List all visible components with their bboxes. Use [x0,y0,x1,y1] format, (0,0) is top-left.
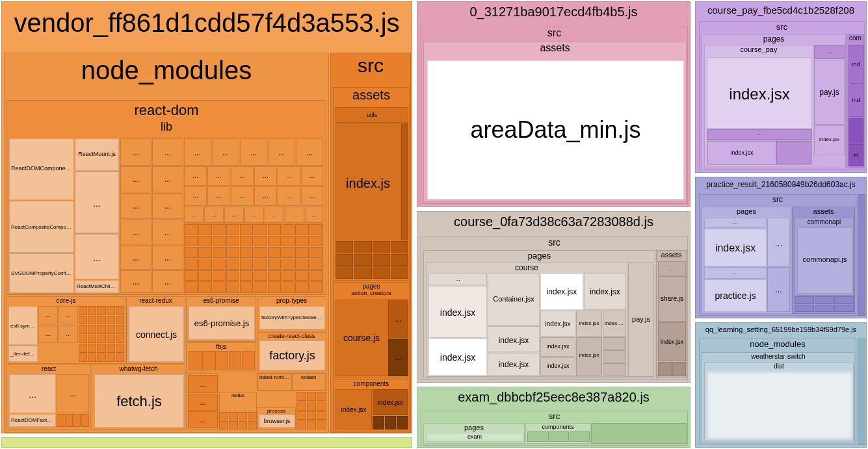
file[interactable]: practice.js [704,279,767,312]
file[interactable]: share.js [658,276,686,322]
group-create-react-class[interactable]: create-react-class factory.js [257,332,326,372]
file[interactable]: ... [57,374,89,413]
group-assets[interactable]: assets areaData_min.js [423,42,687,202]
file[interactable]: factoryWithTypeCheckers.js [259,306,325,329]
file[interactable]: ... [188,394,218,411]
group-react[interactable]: react ... ... ReactDOMFactories.js [7,365,91,430]
file[interactable]: index.jsx [603,311,626,337]
group-utils[interactable]: utils [335,107,408,123]
file[interactable]: ... [212,138,239,166]
group-misc[interactable]: ... ... ... [186,373,218,430]
file[interactable]: ... [231,186,254,206]
file[interactable]: commonapi.js [797,227,852,294]
file[interactable]: index.jsx [584,274,626,310]
file[interactable]: index.jsx [488,353,540,376]
file[interactable]: index.jsx [428,286,487,338]
group-commonapi[interactable]: commonapi commonapi.js [795,218,854,296]
file[interactable]: fetch.js [94,374,184,428]
file[interactable]: ... [184,138,211,166]
file[interactable]: ... [704,267,767,279]
file[interactable]: index.jsx [704,229,767,266]
file[interactable]: index.jsx [540,337,575,357]
group-fbjs[interactable]: fbjs [186,342,256,372]
bundle-course[interactable]: course_0fa73d38c63a7283088d.js src pages… [417,211,690,383]
file[interactable]: ReactMultiChild.js [75,280,119,293]
file[interactable]: pay.js [814,60,845,125]
group[interactable]: ... [814,45,845,59]
file[interactable]: browser.js [259,415,295,428]
group-pages[interactable]: pages exam [423,423,525,444]
file[interactable]: ... [240,138,267,166]
file[interactable]: ... [120,245,151,270]
file[interactable]: ... [301,186,323,206]
file[interactable]: ... [285,207,304,223]
group-nm[interactable]: node_modules weatherstar-switch dist [699,339,856,445]
group-pages[interactable]: pages course_pay index.jsx ... index.jsx… [702,34,846,168]
file[interactable]: ... [278,166,300,186]
group-course-pay[interactable]: course_pay index.jsx ... index.jsx [704,45,813,166]
group-src[interactable]: src pages course_pay index.jsx ... index… [699,21,865,170]
group-exam[interactable]: exam [426,433,523,442]
group-lodash[interactable]: lodash [292,374,326,391]
file[interactable]: index.jsx [540,311,575,337]
group[interactable] [858,339,865,445]
group-process[interactable]: process browser.js [257,407,296,430]
file[interactable]: ... [184,207,204,223]
file[interactable]: ... [388,339,408,376]
bundle-practice[interactable]: practice_result_2160580849b26dd603ac.js … [695,177,867,318]
group-dist[interactable]: dist [704,362,854,441]
group-components[interactable]: components index.jsx index.jsx [333,379,410,431]
file[interactable]: ... [184,166,207,186]
group-prop-types[interactable]: prop-types factoryWithTypeCheckers.js [257,296,326,331]
file[interactable]: connect.js [129,306,184,362]
file[interactable]: areaData_min.js [427,60,684,199]
file[interactable]: ... [9,374,56,413]
group-babel-lodash[interactable]: babel-runtime lodash [257,373,326,391]
group-src[interactable]: src pages course ... index.jsx index.jsx… [421,237,688,380]
file[interactable]: index.jsx [540,274,583,310]
bundle-course-pay[interactable]: course_pay_fbe5cd4c1b2528f208 src pages … [695,1,867,173]
group-src[interactable]: src assets utils index.js pages action_c… [330,53,411,433]
group[interactable] [858,194,865,316]
group-react-dom[interactable]: react-dom lib ReactDOMComponent.js React… [7,100,326,295]
group-assets[interactable]: assets commonapi commonapi.js [792,207,855,314]
group-react-redux[interactable]: react-redux connect.js [126,296,185,364]
group-pages[interactable]: pages course ... index.jsx index.jsx Con… [423,250,655,378]
file[interactable]: ... [767,218,790,266]
file[interactable]: ... [120,138,151,166]
group-com[interactable]: com ind ind in [847,34,864,168]
file[interactable]: ReactDOMFactories.js [9,414,56,427]
file[interactable]: ... [707,129,812,140]
file[interactable]: index.jsx [576,311,602,337]
file[interactable]: index.jsx [540,357,575,376]
file[interactable]: index.jsx [428,339,487,376]
file[interactable]: ... [278,186,300,206]
file[interactable]: ReactDOMComponent.js [9,138,74,200]
bundle-0[interactable]: 0_31271ba9017ecd4fb4b5.js src assets are… [417,1,690,207]
file[interactable]: index.jsx [488,326,540,352]
file[interactable]: ... [152,166,183,192]
file[interactable]: ... [120,270,151,293]
bundle-qq[interactable]: qq_learning_setting_65199be159b34f69d79e… [695,322,867,448]
file[interactable]: ... [388,300,408,339]
file[interactable]: course.js [335,300,388,376]
file[interactable]: ... [188,411,218,428]
file[interactable]: ... [188,375,218,393]
group-course[interactable]: course ... index.jsx index.jsx Container… [426,263,627,377]
group[interactable]: ... [704,218,767,228]
file[interactable]: index.jsx [373,389,408,415]
group-node-modules[interactable]: node_modules react-dom lib ReactDOMCompo… [4,53,329,433]
file[interactable]: index.js [335,123,401,240]
file[interactable]: ind [848,45,863,84]
file[interactable]: index.jsx [576,337,602,376]
file[interactable]: ... [75,234,119,279]
file[interactable]: ... [184,186,207,206]
group[interactable] [591,423,687,444]
file[interactable]: ReactMount.js [75,138,119,171]
file[interactable]: Container.jsx [488,274,540,326]
group-es6-promise[interactable]: es6-promise es6-promise.js [186,296,256,342]
file[interactable]: ... [207,186,230,206]
bundle-vendor[interactable]: vendor_ff861d1cdd57f4d3a553.js node_modu… [1,1,412,433]
file[interactable]: ... [75,172,119,233]
file[interactable]: ... [224,207,244,223]
